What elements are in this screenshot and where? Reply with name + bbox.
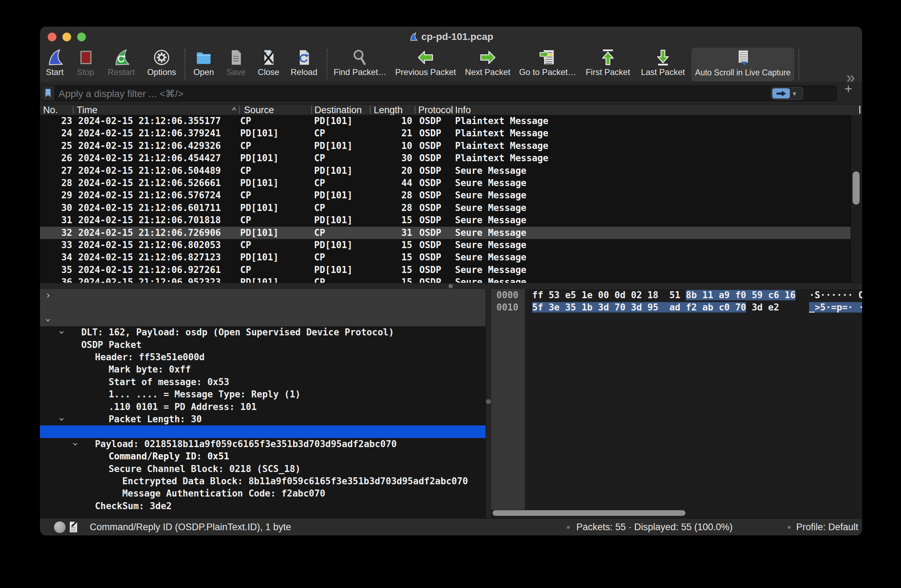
column-divider[interactable] bbox=[415, 106, 415, 114]
toolbar-button-restart[interactable]: Restart bbox=[100, 47, 142, 82]
packet-row[interactable]: 34 2024-02-15 21:12:06.827123 PD[101] CP… bbox=[40, 251, 862, 263]
detail-tree-row[interactable]: Packet Length: 30 bbox=[40, 388, 486, 401]
packet-list-vertical-scrollbar[interactable] bbox=[851, 115, 862, 283]
packet-info: Seure Message bbox=[455, 264, 527, 276]
hex-row[interactable]: 0000 ff 53 e5 1e 00 0d 02 18 51 8b 11 a9… bbox=[491, 289, 862, 301]
hex-row[interactable]: 0010 5f 3e 35 1b 3d 70 3d 95 ad f2 ab c0… bbox=[491, 301, 862, 314]
detail-tree-row[interactable]: Message Authentication Code: f2abc070 bbox=[40, 462, 486, 475]
packet-info: Plaintext Message bbox=[455, 115, 548, 127]
detail-tree-row[interactable]: Packet Control: 13 (SEQ: 1, CRC16, SCB) bbox=[40, 401, 486, 413]
packet-row[interactable]: 26 2024-02-15 21:12:06.454427 PD[101] CP… bbox=[40, 152, 862, 164]
detail-tree-row[interactable]: › Secure Channel Block: 0218 (SCS_18) bbox=[40, 438, 486, 450]
packet-row[interactable]: 29 2024-02-15 21:12:06.576724 CP PD[101]… bbox=[40, 189, 862, 202]
detail-tree-row[interactable]: .110 0101 = PD Address: 101 bbox=[40, 376, 486, 388]
packet-info: Plaintext Message bbox=[455, 127, 548, 140]
wireshark-fin-icon bbox=[409, 32, 418, 41]
toolbar-label: Close bbox=[258, 67, 279, 77]
column-divider[interactable] bbox=[239, 106, 240, 114]
column-header-no[interactable]: No. bbox=[43, 105, 58, 116]
packet-info: Plaintext Message bbox=[455, 152, 548, 164]
hex-horizontal-scrollbar-thumb[interactable] bbox=[493, 510, 685, 516]
packet-row[interactable]: 36 2024-02-15 21:12:06.952323 PD[101] CP… bbox=[40, 276, 862, 283]
packet-row[interactable]: 35 2024-02-15 21:12:06.927261 CP PD[101]… bbox=[40, 264, 862, 276]
column-header-length[interactable]: Length bbox=[374, 105, 403, 116]
highlighted-bytes[interactable]: 8b 11 a9 f0 59 c6 16 bbox=[686, 290, 795, 300]
packet-source: PD[101] bbox=[240, 276, 279, 283]
detail-tree-row[interactable]: › Header: ff53e51e000d bbox=[40, 326, 486, 339]
toolbar-button-first-packet[interactable]: First Packet bbox=[578, 47, 638, 82]
packet-length: 20 bbox=[387, 165, 412, 177]
packet-row[interactable]: 28 2024-02-15 21:12:06.526661 PD[101] CP… bbox=[40, 177, 862, 189]
column-header-source[interactable]: Source bbox=[244, 105, 274, 116]
expander-icon[interactable]: › bbox=[46, 289, 50, 301]
toolbar-button-previous-packet[interactable]: Previous Packet bbox=[396, 47, 455, 82]
packet-row[interactable]: 32 2024-02-15 21:12:06.726906 PD[101] CP… bbox=[40, 227, 862, 239]
add-filter-button[interactable]: + bbox=[845, 81, 852, 96]
detail-tree-row[interactable]: CheckSum: 3de2 bbox=[40, 475, 486, 487]
packet-time: 2024-02-15 21:12:06.504489 bbox=[78, 165, 221, 177]
expander-icon[interactable]: › bbox=[42, 318, 55, 322]
detail-tree-row[interactable]: Enctrypted Data Block: 8b11a9f059c6165f3… bbox=[40, 450, 486, 462]
capture-comment-icon[interactable] bbox=[69, 521, 78, 533]
apply-filter-button-group[interactable]: ▾ bbox=[771, 87, 803, 100]
packet-row[interactable]: 33 2024-02-15 21:12:06.802053 CP PD[101]… bbox=[40, 239, 862, 251]
column-header-destination[interactable]: Destination bbox=[315, 105, 362, 116]
hex-ascii[interactable]: ·S······ Q····Y·· bbox=[809, 289, 862, 301]
column-header-protocol[interactable]: Protocol bbox=[418, 105, 452, 116]
expert-info-icon[interactable] bbox=[54, 521, 65, 533]
column-divider[interactable] bbox=[859, 106, 860, 114]
packet-length: 15 bbox=[387, 264, 412, 276]
detail-text: Message Authentication Code: f2abc070 bbox=[122, 488, 325, 499]
detail-tree-row[interactable]: 1... .... = Message Type: Reply (1) bbox=[40, 363, 486, 376]
filter-dropdown-caret-icon[interactable]: ▾ bbox=[793, 89, 796, 98]
packet-row[interactable]: 24 2024-02-15 21:12:06.379241 PD[101] CP… bbox=[40, 127, 862, 140]
packet-time: 2024-02-15 21:12:06.526661 bbox=[78, 177, 221, 189]
title-bar[interactable]: cp-pd-101.pcap bbox=[40, 26, 862, 47]
packet-row[interactable]: 30 2024-02-15 21:12:06.601711 PD[101] CP… bbox=[40, 202, 862, 214]
toolbar-button-go-to-packet[interactable]: Go to Packet… bbox=[518, 47, 577, 82]
toolbar-button-reload[interactable]: Reload bbox=[283, 47, 325, 82]
column-divider[interactable] bbox=[311, 106, 312, 114]
display-filter-input[interactable]: Apply a display filter ... <⌘/> ▾ bbox=[41, 86, 837, 101]
highlighted-bytes[interactable]: _>5·=p=· ····p=· bbox=[809, 302, 862, 313]
horizontal-pane-splitter[interactable] bbox=[40, 283, 862, 290]
toolbar-button-last-packet[interactable]: Last Packet bbox=[633, 47, 693, 82]
column-divider[interactable] bbox=[452, 106, 453, 114]
packet-time: 2024-02-15 21:12:06.379241 bbox=[78, 127, 221, 140]
toolbar-button-find-packet[interactable]: Find Packet… bbox=[330, 47, 390, 82]
expander-icon[interactable]: › bbox=[69, 442, 82, 446]
detail-tree-row[interactable]: › Payload: 0218518b11a9f059c6165f3e351b3… bbox=[40, 413, 486, 425]
plain-bytes[interactable]: ff 53 e5 1e 00 0d 02 18 51 bbox=[532, 290, 686, 300]
toolbar-button-options[interactable]: Options bbox=[140, 47, 182, 82]
column-divider[interactable] bbox=[370, 106, 371, 114]
detail-tree-row[interactable]: › OSDP Packet bbox=[40, 314, 486, 326]
packet-row[interactable]: 27 2024-02-15 21:12:06.504489 CP PD[101]… bbox=[40, 165, 862, 177]
detail-tree-row[interactable]: DLT: 162, Payload: osdp (Open Supervised… bbox=[40, 301, 486, 314]
plain-bytes[interactable]: ·S······ Q····Y·· bbox=[809, 290, 862, 300]
hex-ascii[interactable]: _>5·=p=· ····p=· bbox=[809, 301, 862, 314]
detail-tree-row[interactable]: Command/Reply ID: 0x51 bbox=[40, 425, 486, 438]
auto-scroll-icon bbox=[734, 50, 751, 67]
packet-row[interactable]: 23 2024-02-15 21:12:06.355177 CP PD[101]… bbox=[40, 115, 862, 127]
column-header-time[interactable]: Time bbox=[77, 105, 97, 116]
highlighted-bytes[interactable]: 5f 3e 35 1b 3d 70 3d 95 ad f2 ab c0 70 bbox=[532, 302, 746, 313]
detail-tree-row[interactable]: › Frame 32: 31 bytes on wire (248 bits),… bbox=[40, 289, 486, 301]
packet-row[interactable]: 25 2024-02-15 21:12:06.429326 CP PD[101]… bbox=[40, 140, 862, 152]
scrollbar-thumb[interactable] bbox=[853, 171, 860, 205]
toolbar-button-next-packet[interactable]: Next Packet bbox=[458, 47, 518, 82]
packet-protocol: OSDP bbox=[419, 227, 441, 239]
hex-bytes[interactable]: 5f 3e 35 1b 3d 70 3d 95 ad f2 ab c0 70 3… bbox=[532, 301, 779, 314]
packet-row[interactable]: 31 2024-02-15 21:12:06.701818 CP PD[101]… bbox=[40, 214, 862, 226]
apply-filter-button[interactable] bbox=[772, 88, 790, 98]
column-header-info[interactable]: Info bbox=[455, 105, 471, 116]
expander-icon[interactable]: › bbox=[56, 417, 68, 421]
toolbar-button-auto-scroll[interactable]: Auto Scroll in Live Capture bbox=[691, 48, 794, 81]
detail-tree-row[interactable]: Start of message: 0x53 bbox=[40, 351, 486, 363]
detail-tree-row[interactable]: Mark byte: 0xff bbox=[40, 339, 486, 351]
plain-bytes[interactable]: 3d e2 bbox=[746, 302, 779, 313]
hex-bytes[interactable]: ff 53 e5 1e 00 0d 02 18 51 8b 11 a9 f0 5… bbox=[532, 289, 795, 301]
column-divider[interactable] bbox=[73, 106, 73, 114]
profile-status[interactable]: Profile: Default bbox=[796, 522, 858, 533]
expander-icon[interactable]: › bbox=[56, 330, 68, 334]
filter-bookmark-button[interactable] bbox=[42, 86, 55, 100]
